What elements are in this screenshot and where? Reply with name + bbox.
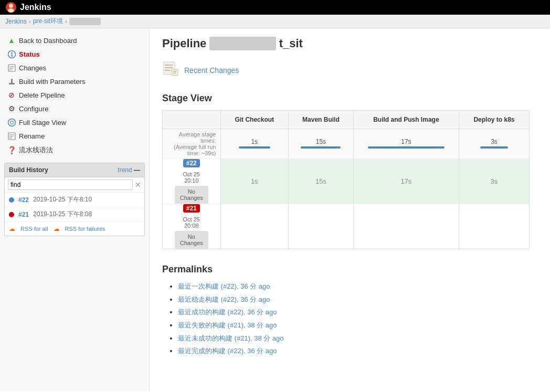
permalink-link-1[interactable]: 最近稳走构建 (#22), 36 分 ago [178, 295, 270, 303]
rename-icon [7, 132, 16, 140]
gear-icon: ⚙ [7, 104, 16, 113]
trend-link[interactable]: trend [118, 166, 132, 174]
svg-point-4 [11, 52, 13, 54]
stage-21-maven[interactable] [288, 204, 353, 249]
permalink-item-5: 最近完成的构建 (#22), 36 分 ago [178, 345, 537, 358]
svg-point-12 [8, 119, 15, 126]
sidebar-label-delete: Delete Pipeline [19, 91, 65, 99]
stage-21-git-value [221, 219, 288, 234]
stage-21-git[interactable] [220, 204, 288, 249]
stage-22-maven[interactable]: 15s [288, 159, 353, 204]
page-title-prefix: Pipeline [162, 37, 206, 50]
permalink-link-3[interactable]: 最近失败的构建 (#21), 38 分 ago [178, 321, 277, 329]
avg-stage-times-label: Average stage times: [167, 131, 216, 144]
build-history-trend: trend — [118, 166, 140, 174]
build-info-21: #21 Oct 25 20:08 NoChanges [163, 204, 220, 249]
sidebar-item-full-stage-view[interactable]: Full Stage View [0, 115, 149, 129]
svg-rect-11 [11, 79, 13, 83]
build-history-title: Build History [9, 166, 48, 174]
build-badge-21[interactable]: #21 [183, 204, 200, 213]
build-time-stage-21: 20:08 [163, 223, 220, 229]
build-time-stage-22: 20:10 [163, 177, 220, 184]
permalink-item-4: 最近未成功的构建 (#21), 38 分 ago [178, 332, 537, 345]
stage-header-build [163, 111, 220, 129]
stage-22-deploy[interactable]: 3s [459, 159, 529, 204]
stage-22-git[interactable]: 1s [220, 159, 288, 204]
sidebar-item-pipeline-syntax[interactable]: ❓ 流水线语法 [0, 143, 149, 157]
arrow-up-icon: ▲ [7, 36, 16, 45]
no-changes-btn-22-cell: NoChanges [163, 186, 220, 204]
build-date-21: Oct 25 [163, 216, 220, 223]
permalink-item-0: 最近一次构建 (#22), 36 分 ago [178, 280, 537, 293]
avg-time-push: 17s [358, 137, 454, 145]
sidebar-item-changes[interactable]: Changes [0, 61, 149, 75]
breadcrumb-pre-sit[interactable]: pre-sit环境 [33, 17, 63, 26]
rss-all-link[interactable]: RSS for all [20, 226, 48, 232]
avg-time-maven: 15s [293, 137, 349, 145]
permalink-link-2[interactable]: 最近成功的构建 (#22), 36 分 ago [178, 308, 277, 316]
sidebar-label-status: Status [19, 50, 40, 58]
build-row-21: #21 2019-10-25 下午8:08 [5, 207, 144, 222]
stage-22-maven-value: 15s [289, 170, 353, 193]
page-title: Pipeline t_sit [162, 37, 537, 50]
breadcrumb-jenkins[interactable]: Jenkins [5, 18, 27, 25]
sidebar-label-back: Back to Dashboard [19, 37, 77, 45]
sidebar-label-changes: Changes [19, 64, 46, 72]
stage-22-push-value: 17s [354, 170, 459, 193]
build-status-dot-21 [9, 212, 14, 217]
stage-view-container: Git Checkout Maven Build Build and Push … [162, 110, 530, 249]
sidebar-item-delete-pipeline[interactable]: ⊘ Delete Pipeline [0, 88, 149, 102]
avg-time-deploy: 3s [463, 137, 525, 145]
sidebar-item-rename[interactable]: Rename [0, 129, 149, 143]
svg-point-13 [10, 121, 13, 124]
delete-icon: ⊘ [7, 91, 16, 99]
recent-changes-icon [162, 60, 179, 80]
stage-21-push-value [354, 219, 459, 234]
stage-22-push[interactable]: 17s [353, 159, 459, 204]
build-search-input[interactable] [8, 179, 133, 190]
build-stage-row-21: #21 Oct 25 20:08 NoChanges [163, 204, 529, 249]
page-title-redacted [209, 37, 276, 50]
avg-full-run-label: (Average full run time: ~39s) [167, 144, 216, 156]
permalink-item-2: 最近成功的构建 (#22), 36 分 ago [178, 306, 537, 319]
page-title-suffix: t_sit [279, 37, 303, 50]
build-badge-22[interactable]: #22 [183, 159, 200, 167]
recent-changes-link[interactable]: Recent Changes [184, 66, 239, 75]
rss-failures-link[interactable]: RSS for failures [65, 226, 105, 232]
jenkins-logo: Jenkins [5, 2, 51, 13]
app-name: Jenkins [20, 3, 51, 12]
permalink-link-5[interactable]: 最近完成的构建 (#22), 36 分 ago [178, 347, 277, 355]
rss-fail-icon: ☁ [54, 225, 60, 232]
permalink-link-0[interactable]: 最近一次构建 (#22), 36 分 ago [178, 282, 270, 290]
build-time-22: 2019-10-25 下午8:10 [33, 195, 92, 204]
breadcrumb-sep-1: › [29, 18, 31, 25]
build-link-21[interactable]: #21 [18, 211, 29, 218]
avg-time-git: 1s [225, 137, 284, 145]
stage-header-git-checkout: Git Checkout [220, 111, 288, 129]
stage-header-row: Git Checkout Maven Build Build and Push … [163, 111, 529, 129]
no-changes-button-22[interactable]: NoChanges [175, 186, 208, 204]
svg-point-2 [8, 8, 14, 13]
permalinks-title: Permalinks [162, 264, 537, 275]
avg-deploy: 3s [459, 129, 529, 159]
rss-all-icon: ☁ [9, 225, 15, 232]
clear-search-button[interactable]: ✕ [135, 181, 141, 189]
build-time-21: 2019-10-25 下午8:08 [33, 210, 92, 219]
sidebar-label-pipeline-syntax: 流水线语法 [19, 145, 53, 155]
sidebar-label-configure: Configure [19, 105, 48, 113]
permalink-link-4[interactable]: 最近未成功的构建 (#21), 38 分 ago [178, 334, 284, 342]
sidebar-item-status[interactable]: Status [0, 47, 149, 61]
search-row: ✕ [5, 177, 144, 193]
sidebar-item-build-with-params[interactable]: Build with Parameters [0, 75, 149, 88]
sidebar-item-configure[interactable]: ⚙ Configure [0, 102, 149, 115]
breadcrumb-current [69, 18, 101, 25]
layout: ▲ Back to Dashboard Status Changes Build… [0, 28, 550, 391]
stage-21-push[interactable] [353, 204, 459, 249]
stage-21-deploy[interactable] [459, 204, 529, 249]
no-changes-button-21[interactable]: NoChanges [175, 231, 208, 249]
stage-table: Git Checkout Maven Build Build and Push … [163, 111, 529, 249]
sidebar-item-back-to-dashboard[interactable]: ▲ Back to Dashboard [0, 34, 149, 47]
sidebar: ▲ Back to Dashboard Status Changes Build… [0, 28, 150, 391]
build-link-22[interactable]: #22 [18, 196, 29, 204]
stage-header-build-push: Build and Push Image [353, 111, 459, 129]
